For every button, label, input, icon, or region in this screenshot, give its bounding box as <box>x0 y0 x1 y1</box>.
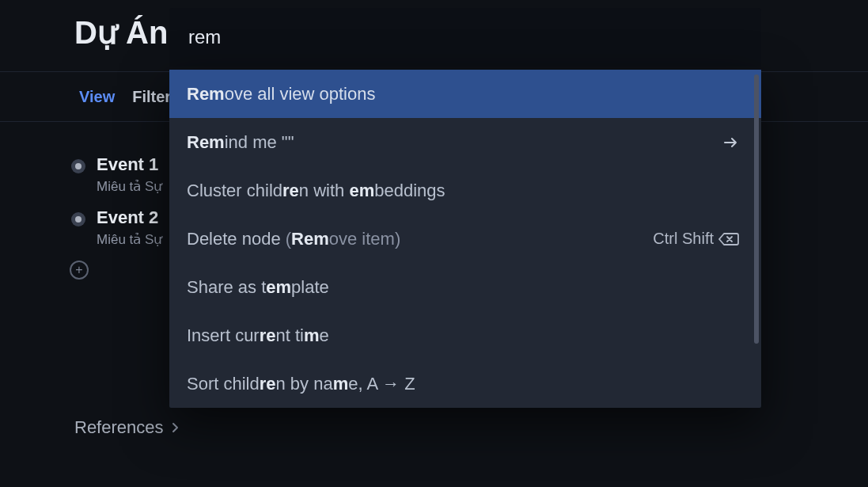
command-palette-results: Remove all view optionsRemind me ""Clust… <box>169 70 761 408</box>
references-label: References <box>74 417 164 438</box>
chevron-right-icon <box>172 422 180 433</box>
command-palette-item[interactable]: Share as template <box>169 263 761 311</box>
command-palette-input[interactable] <box>188 26 742 48</box>
command-palette-item[interactable]: Delete node (Remove item)Ctrl Shift <box>169 215 761 263</box>
command-palette-item-label: Share as template <box>187 277 329 298</box>
scrollbar[interactable] <box>754 74 759 344</box>
command-palette-item[interactable]: Insert current time <box>169 311 761 360</box>
arrow-right-icon <box>723 136 739 149</box>
command-palette-item[interactable]: Cluster children with embeddings <box>169 166 761 215</box>
command-palette-item-label: Remind me "" <box>187 132 294 153</box>
command-palette-item-label: Sort children by name, A → Z <box>187 374 415 394</box>
plus-icon: + <box>75 264 82 276</box>
tab-view[interactable]: View <box>79 88 115 106</box>
command-palette-item-label: Remove all view options <box>187 84 375 105</box>
add-button[interactable]: + <box>70 261 89 280</box>
bullet-icon[interactable] <box>71 212 85 226</box>
command-palette-item[interactable]: Remove all view options <box>169 70 761 118</box>
backspace-icon <box>718 232 739 246</box>
tab-filter[interactable]: Filter <box>132 88 171 106</box>
references-row[interactable]: References <box>74 417 180 438</box>
page-title: Dự Án <box>74 14 168 51</box>
command-palette-shortcut: Ctrl Shift <box>653 230 739 248</box>
bullet-icon[interactable] <box>71 159 85 173</box>
command-palette: Remove all view optionsRemind me ""Clust… <box>169 8 761 408</box>
command-palette-item-label: Insert current time <box>187 325 329 346</box>
command-palette-item[interactable]: Sort children by name, A → Z <box>169 360 761 408</box>
command-palette-item-label: Delete node (Remove item) <box>187 229 400 249</box>
event-title[interactable]: Event 2 <box>97 207 162 228</box>
event-desc: Miêu tả Sự <box>97 178 162 195</box>
command-palette-item-label: Cluster children with embeddings <box>187 181 445 201</box>
command-palette-input-row <box>169 8 761 67</box>
event-title[interactable]: Event 1 <box>97 154 162 175</box>
event-desc: Miêu tả Sự <box>97 231 162 248</box>
command-palette-item[interactable]: Remind me "" <box>169 118 761 166</box>
